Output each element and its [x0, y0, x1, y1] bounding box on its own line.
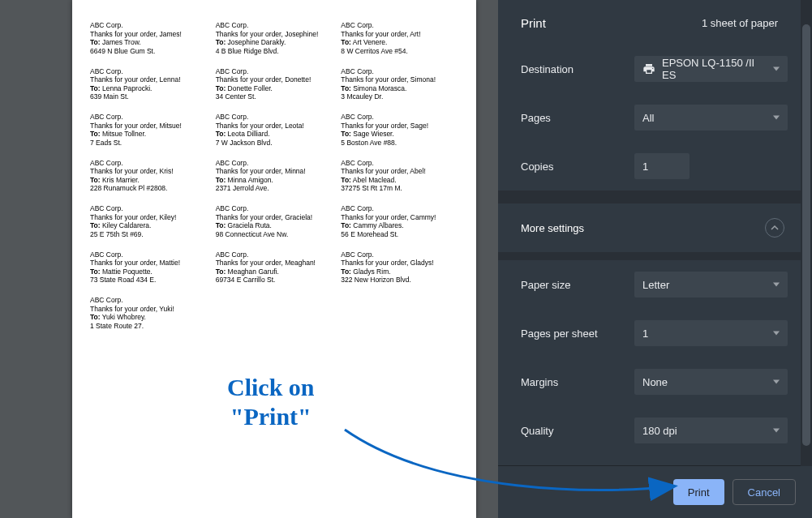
chevron-down-icon — [773, 332, 780, 336]
pages-per-sheet-select[interactable]: 1 — [634, 320, 788, 346]
address-label: ABC Corp.Thanks for your order, Meaghan!… — [216, 250, 333, 285]
copies-label: Copies — [521, 161, 634, 173]
quality-row: Quality 180 dpi — [498, 406, 801, 455]
paper-size-row: Paper size Letter — [498, 260, 801, 309]
quality-select[interactable]: 180 dpi — [634, 417, 788, 443]
pages-row: Pages All — [498, 93, 801, 142]
collapse-icon — [765, 218, 784, 238]
address-label: ABC Corp.Thanks for your order, Minna!To… — [216, 159, 333, 194]
scrollbar[interactable] — [801, 0, 812, 466]
pages-label: Pages — [521, 112, 634, 124]
address-label: ABC Corp.Thanks for your order, Graciela… — [216, 204, 333, 239]
preview-page: ABC Corp.Thanks for your order, James!To… — [72, 0, 476, 518]
section-divider — [498, 191, 801, 203]
address-label: ABC Corp.Thanks for your order, Josephin… — [216, 21, 333, 56]
copies-input[interactable]: 1 — [634, 153, 690, 179]
pages-value: All — [642, 112, 654, 124]
address-label: ABC Corp.Thanks for your order, Leota!To… — [216, 113, 333, 148]
chevron-down-icon — [773, 67, 780, 71]
address-label: ABC Corp.Thanks for your order, Donette!… — [216, 67, 333, 102]
more-settings-toggle[interactable]: More settings — [498, 203, 801, 252]
destination-row: Destination EPSON LQ-1150 /II ES — [498, 45, 801, 93]
panel-header: Print 1 sheet of paper — [498, 0, 801, 45]
more-settings-label: More settings — [521, 222, 584, 234]
address-label: ABC Corp.Thanks for your order, Sage!To:… — [341, 113, 458, 148]
destination-value: EPSON LQ-1150 /II ES — [662, 57, 763, 81]
address-label: ABC Corp.Thanks for your order, Mattie!T… — [90, 250, 208, 285]
copies-value: 1 — [642, 161, 648, 173]
panel-footer: Print Cancel — [498, 465, 812, 518]
printer-icon — [642, 62, 655, 75]
margins-label: Margins — [521, 376, 634, 388]
address-label: ABC Corp.Thanks for your order, Kiley!To… — [90, 204, 208, 239]
section-divider — [498, 252, 801, 260]
chevron-down-icon — [773, 116, 780, 120]
address-label: ABC Corp.Thanks for your order, James!To… — [90, 21, 208, 56]
print-button-label: Print — [688, 486, 710, 499]
pages-select[interactable]: All — [634, 105, 788, 131]
address-label: ABC Corp.Thanks for your order, Gladys!T… — [341, 250, 458, 285]
pages-per-sheet-row: Pages per sheet 1 — [498, 309, 801, 357]
cancel-button-label: Cancel — [748, 486, 780, 499]
scale-row: Scale Default — [498, 455, 801, 465]
margins-value: None — [642, 376, 668, 388]
print-settings-panel: Print 1 sheet of paper Destination EPSON… — [498, 0, 812, 518]
pages-per-sheet-value: 1 — [642, 327, 648, 340]
cancel-button[interactable]: Cancel — [733, 479, 796, 505]
print-button[interactable]: Print — [673, 479, 724, 505]
quality-value: 180 dpi — [642, 425, 677, 437]
chevron-down-icon — [773, 380, 780, 384]
paper-size-select[interactable]: Letter — [634, 272, 788, 298]
address-label: ABC Corp.Thanks for your order, Mitsue!T… — [90, 113, 208, 148]
address-label: ABC Corp.Thanks for your order, Art!To: … — [341, 21, 458, 56]
chevron-down-icon — [773, 283, 780, 287]
print-preview-pane: ABC Corp.Thanks for your order, James!To… — [0, 0, 498, 518]
address-label: ABC Corp.Thanks for your order, Cammy!To… — [341, 204, 458, 239]
pages-per-sheet-label: Pages per sheet — [521, 327, 634, 340]
sheet-count: 1 sheet of paper — [702, 17, 778, 29]
paper-size-value: Letter — [642, 279, 669, 291]
destination-label: Destination — [521, 63, 634, 75]
address-label: ABC Corp.Thanks for your order, Yuki!To:… — [90, 296, 208, 331]
address-label: ABC Corp.Thanks for your order, Abel!To:… — [341, 159, 458, 194]
quality-label: Quality — [521, 425, 634, 437]
chevron-down-icon — [773, 429, 780, 433]
copies-row: Copies 1 — [498, 142, 801, 191]
destination-select[interactable]: EPSON LQ-1150 /II ES — [634, 56, 788, 82]
print-title: Print — [521, 16, 546, 30]
paper-size-label: Paper size — [521, 279, 634, 291]
margins-row: Margins None — [498, 357, 801, 406]
scrollbar-thumb[interactable] — [802, 24, 810, 446]
address-label: ABC Corp.Thanks for your order, Kris!To:… — [90, 159, 208, 194]
address-label: ABC Corp.Thanks for your order, Simona!T… — [341, 67, 458, 102]
margins-select[interactable]: None — [634, 369, 788, 395]
address-label: ABC Corp.Thanks for your order, Lenna!To… — [90, 67, 208, 102]
